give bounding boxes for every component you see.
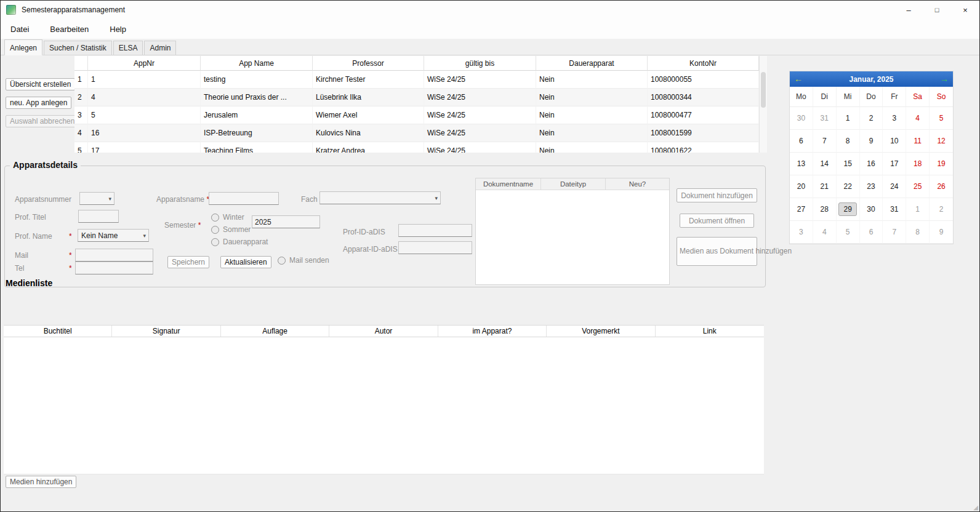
calendar-day[interactable]: 19 bbox=[930, 153, 953, 175]
radio-dauerapparat[interactable]: Dauerapparat bbox=[211, 238, 268, 246]
auswahl-abbrechen-button[interactable]: Auswahl abbrechen bbox=[6, 115, 79, 127]
calendar-day[interactable]: 1 bbox=[837, 107, 860, 130]
app-table-column-header[interactable]: Professor bbox=[313, 56, 424, 71]
menu-datei[interactable]: Datei bbox=[4, 21, 35, 38]
media-column-header[interactable]: Auflage bbox=[221, 326, 329, 337]
calendar-month-title[interactable]: Januar, 2025 bbox=[807, 75, 936, 84]
calendar-day[interactable]: 27 bbox=[790, 198, 813, 221]
calendar-day[interactable]: 22 bbox=[837, 175, 860, 198]
media-column-header[interactable]: Vorgemerkt bbox=[547, 326, 655, 337]
medien-aus-dokument-button[interactable]: Medien aus Dokument hinzufügen bbox=[677, 237, 757, 266]
previous-month-arrow-icon[interactable]: ← bbox=[790, 71, 807, 87]
app-table-column-header[interactable]: Dauerapparat bbox=[536, 56, 648, 71]
calendar-day[interactable]: 31 bbox=[883, 198, 906, 221]
calendar-day[interactable]: 25 bbox=[906, 175, 930, 198]
uebersicht-erstellen-button[interactable]: Übersicht erstellen bbox=[6, 78, 75, 90]
calendar-day[interactable]: 26 bbox=[930, 175, 953, 198]
calendar-day[interactable]: 4 bbox=[813, 221, 837, 244]
menu-bearbeiten[interactable]: Bearbeiten bbox=[44, 21, 95, 38]
calendar-day[interactable]: 4 bbox=[906, 107, 930, 130]
tab-suchen-statistik[interactable]: Suchen / Statistik bbox=[44, 41, 112, 55]
calendar-day[interactable]: 16 bbox=[860, 153, 883, 175]
maximize-button[interactable]: □ bbox=[923, 1, 951, 19]
medien-hinzufuegen-button[interactable]: Medien hinzufügen bbox=[6, 476, 76, 488]
calendar-day[interactable]: 14 bbox=[813, 153, 837, 175]
aktualisieren-button[interactable]: Aktualisieren bbox=[220, 256, 271, 268]
minimize-button[interactable]: – bbox=[894, 1, 923, 19]
prof-id-adis-input[interactable] bbox=[398, 224, 472, 237]
media-column-header[interactable]: im Apparat? bbox=[438, 326, 547, 337]
calendar-day[interactable]: 1 bbox=[906, 198, 930, 221]
calendar-day[interactable]: 12 bbox=[930, 130, 953, 153]
app-table-scrollbar[interactable] bbox=[759, 56, 767, 153]
close-button[interactable]: × bbox=[951, 1, 979, 19]
media-column-header[interactable]: Link bbox=[656, 326, 764, 337]
calendar-day[interactable]: 13 bbox=[790, 153, 813, 175]
calendar-day[interactable]: 7 bbox=[813, 130, 837, 153]
calendar-day[interactable]: 2 bbox=[930, 198, 953, 221]
calendar-day[interactable]: 31 bbox=[813, 107, 837, 130]
calendar-day[interactable]: 5 bbox=[930, 107, 953, 130]
next-month-arrow-icon[interactable]: → bbox=[936, 71, 953, 87]
calendar-day[interactable]: 17 bbox=[883, 153, 906, 175]
mail-input[interactable] bbox=[75, 249, 153, 262]
dokument-hinzufuegen-button[interactable]: Dokument hinzufügen bbox=[677, 188, 757, 202]
calendar-day[interactable]: 10 bbox=[883, 130, 906, 153]
apparatsnummer-combo[interactable] bbox=[79, 192, 114, 205]
calendar-day[interactable]: 5 bbox=[837, 221, 860, 244]
calendar-day[interactable]: 3 bbox=[790, 221, 813, 244]
mail-senden-checkbox[interactable]: Mail senden bbox=[278, 256, 329, 265]
app-table-column-header[interactable]: gültig bis bbox=[424, 56, 536, 71]
app-table-column-header[interactable]: AppNr bbox=[88, 56, 201, 71]
prof-name-combo[interactable]: Kein Name bbox=[78, 229, 149, 242]
semester-year-input[interactable] bbox=[252, 215, 320, 228]
neue-app-anlegen-button[interactable]: neu. App anlegen bbox=[6, 97, 71, 109]
media-column-header[interactable]: Autor bbox=[329, 326, 438, 337]
resize-grip-icon[interactable]: ◢ bbox=[973, 504, 978, 511]
calendar-day[interactable]: 7 bbox=[883, 221, 906, 244]
tab-anlegen[interactable]: Anlegen bbox=[4, 39, 42, 55]
calendar-day[interactable]: 24 bbox=[883, 175, 906, 198]
tab-admin[interactable]: Admin bbox=[144, 41, 176, 55]
calendar-day[interactable]: 21 bbox=[813, 175, 837, 198]
table-row[interactable]: 35JerusalemWiemer AxelWiSe 24/25Nein1008… bbox=[74, 106, 759, 124]
dokument-oeffnen-button[interactable]: Dokument öffnen bbox=[680, 214, 754, 228]
calendar-day[interactable]: 8 bbox=[906, 221, 930, 244]
app-table-column-header[interactable]: App Name bbox=[201, 56, 313, 71]
calendar-day[interactable]: 2 bbox=[860, 107, 883, 130]
media-column-header[interactable]: Signatur bbox=[112, 326, 220, 337]
table-row[interactable]: 11testingKirchner TesterWiSe 24/25Nein10… bbox=[74, 71, 759, 89]
calendar-day[interactable]: 28 bbox=[813, 198, 837, 221]
radio-sommer[interactable]: Sommer bbox=[211, 225, 251, 234]
calendar-day[interactable]: 6 bbox=[790, 130, 813, 153]
tab-elsa[interactable]: ELSA bbox=[113, 41, 143, 55]
calendar-day[interactable]: 30 bbox=[790, 107, 813, 130]
calendar-day[interactable]: 8 bbox=[837, 130, 860, 153]
calendar-day[interactable]: 18 bbox=[906, 153, 930, 175]
menu-help[interactable]: Help bbox=[103, 21, 132, 38]
app-table-column-header[interactable]: KontoNr bbox=[648, 56, 759, 71]
calendar-day[interactable]: 20 bbox=[790, 175, 813, 198]
calendar-day[interactable]: 15 bbox=[837, 153, 860, 175]
table-row[interactable]: 416ISP-BetreuungKulovics NinaWiSe 24/25N… bbox=[74, 124, 759, 142]
calendar-day[interactable]: 23 bbox=[860, 175, 883, 198]
calendar-day[interactable]: 9 bbox=[930, 221, 953, 244]
fach-combo[interactable] bbox=[319, 191, 441, 204]
media-column-header[interactable]: Buchtitel bbox=[4, 326, 112, 337]
table-row[interactable]: 24Theorie und Praxis der ...Lüsebrink Il… bbox=[74, 89, 759, 106]
calendar-day[interactable]: 9 bbox=[860, 130, 883, 153]
scrollbar-thumb[interactable] bbox=[761, 72, 766, 108]
tel-input[interactable] bbox=[75, 262, 153, 274]
calendar-day[interactable]: 3 bbox=[883, 107, 906, 130]
prof-titel-input[interactable] bbox=[78, 210, 119, 223]
calendar-day-selected[interactable]: 29 bbox=[837, 198, 860, 221]
apparat-id-adis-input[interactable] bbox=[398, 241, 472, 254]
calendar-day[interactable]: 11 bbox=[906, 130, 930, 153]
calendar-day-number: 10 bbox=[885, 134, 903, 148]
apparatsname-input[interactable] bbox=[209, 192, 279, 205]
calendar-day[interactable]: 30 bbox=[860, 198, 883, 221]
calendar-day[interactable]: 6 bbox=[860, 221, 883, 244]
speichern-button[interactable]: Speichern bbox=[167, 256, 209, 268]
radio-winter[interactable]: Winter bbox=[211, 213, 244, 222]
table-row[interactable]: 517Teaching FilmsKratzer AndreaWiSe 24/2… bbox=[74, 142, 759, 153]
